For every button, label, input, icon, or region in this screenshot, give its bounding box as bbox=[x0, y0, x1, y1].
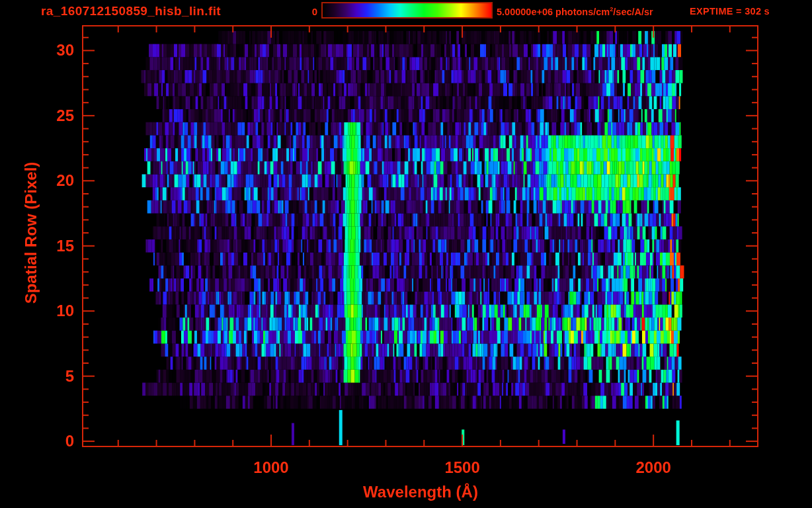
colorbar-max-label: 5.00000e+06 photons/cm2/sec/A/sr bbox=[497, 6, 653, 17]
y-tick-label: 25 bbox=[0, 106, 74, 125]
spectral-viewer-window: ra_160712150859_hisb_lin.fit 0 5.00000e+… bbox=[0, 0, 812, 508]
x-axis-title: Wavelength (Å) bbox=[363, 483, 478, 501]
y-tick-label: 5 bbox=[0, 367, 74, 386]
x-tick-label: 1500 bbox=[444, 458, 479, 477]
exptime-label: EXPTIME = 302 s bbox=[690, 6, 770, 17]
colorbar bbox=[321, 2, 493, 19]
y-axis-title: Spatial Row (Pixel) bbox=[22, 162, 40, 304]
y-tick-label: 10 bbox=[0, 302, 74, 320]
colorbar-max-value: 5.00000e+06 photons/cm bbox=[497, 7, 610, 17]
x-tick-label: 1000 bbox=[253, 458, 288, 477]
y-tick-label: 30 bbox=[0, 41, 74, 60]
colorbar-min-label: 0 bbox=[0, 6, 317, 17]
y-tick-label: 0 bbox=[0, 432, 74, 450]
spectrogram-canvas bbox=[0, 0, 812, 508]
x-tick-label: 2000 bbox=[635, 458, 670, 477]
colorbar-max-units: /sec/A/sr bbox=[613, 7, 653, 17]
